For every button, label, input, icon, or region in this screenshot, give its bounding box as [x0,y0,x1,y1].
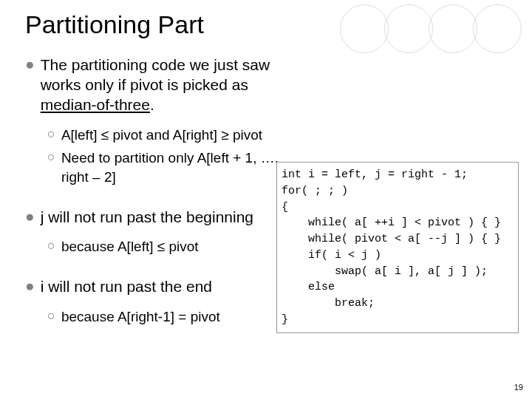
bullet-2-text: j will not run past the beginning [41,208,253,228]
bullet-3-text: i will not run past the end [41,277,212,297]
bullet-1-post: . [150,96,154,113]
circle-icon [429,4,477,53]
page-number: 19 [514,383,523,392]
subbullet-2-1-text: because A[left] ≤ pivot [61,237,199,256]
circle-icon [384,4,433,53]
code-snippet: int i = left, j = right - 1; for( ; ; ) … [276,162,519,333]
disc-bullet-icon: ● [25,55,35,115]
circle-bullet-icon: ○ [47,126,55,145]
slide-body: ● The partitioning code we just saw work… [22,55,517,327]
bullet-1-underline: median-of-three [41,96,150,113]
subbullet-1-2-text: Need to partition only A[left + 1, …, ri… [61,149,283,186]
subbullet-1-1: ○ A[left] ≤ pivot and A[right] ≥ pivot [47,126,517,145]
bullet-1-text: The partitioning code we just saw works … [41,55,307,115]
subbullet-3-1-text: because A[right-1] = pivot [61,307,220,327]
circle-icon [340,4,389,53]
circle-bullet-icon: ○ [47,307,55,327]
circle-bullet-icon: ○ [47,237,55,256]
circle-icon [473,4,522,53]
subbullet-1-1-text: A[left] ≤ pivot and A[right] ≥ pivot [61,126,262,145]
circle-bullet-icon: ○ [47,149,55,186]
disc-bullet-icon: ● [25,277,35,297]
decorative-circles [344,4,522,53]
bullet-1: ● The partitioning code we just saw work… [25,55,517,115]
disc-bullet-icon: ● [25,208,35,228]
slide: Partitioning Part ● The partitioning cod… [0,0,532,399]
bullet-1-pre: The partitioning code we just saw works … [41,56,270,93]
